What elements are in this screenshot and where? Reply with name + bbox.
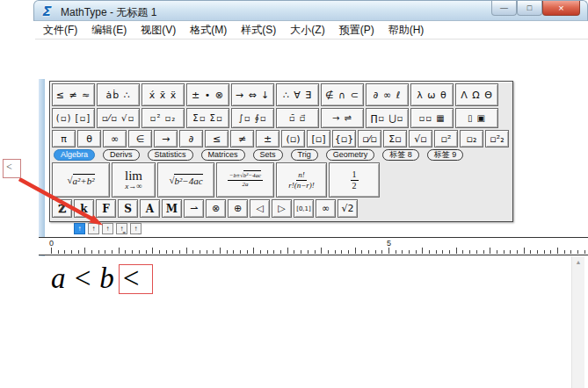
symbol-infinity-button[interactable]: ∞ (316, 199, 336, 218)
labeled-arrow-template-button[interactable]: → ⇌ (321, 108, 364, 128)
menu-file[interactable]: 文件(F) (43, 23, 77, 38)
set-theory-palette-button[interactable]: ∉ ∩ ⊂ (321, 83, 364, 106)
symbol-fraktur-a-button[interactable]: A (140, 199, 160, 218)
box-template-button[interactable]: ▯ ▣ (455, 108, 498, 128)
tab-stop-center-button[interactable]: ↑ (88, 223, 99, 234)
minimize-button[interactable]: — (491, 1, 517, 16)
symbol-s-button[interactable]: S (118, 199, 138, 218)
title-bar[interactable]: Σ MathType - 无标题 1 — □ × (33, 0, 588, 21)
menu-format[interactable]: 格式(M) (190, 23, 227, 38)
symbol-f-button[interactable]: F (96, 199, 116, 218)
pi-button[interactable]: π (52, 130, 76, 147)
greek-uppercase-palette-button[interactable]: Λ Ω Θ (455, 83, 498, 106)
tab-geometry[interactable]: Geometry (326, 149, 375, 161)
template-one-half[interactable]: 1 2 (329, 162, 380, 198)
symbol-circled-plus-button[interactable]: ⊕ (228, 199, 248, 218)
menu-style[interactable]: 样式(S) (241, 23, 276, 38)
tab-stop-buttons: ↑ ↑ ↑ ↑= ↑. (74, 223, 142, 234)
menu-size[interactable]: 大小(Z) (290, 23, 324, 38)
tab-algebra[interactable]: Algebra (54, 149, 95, 161)
subscript-superscript-template-button[interactable]: ▫² ▫₂ (142, 108, 185, 128)
ruler[interactable]: 0 5 (39, 237, 588, 255)
summation-template-button[interactable]: Σ▫ Σ▫ (186, 108, 229, 128)
greek-lowercase-palette-button[interactable]: λ ω θ (410, 83, 454, 106)
sum-button[interactable]: Σ▫ (383, 130, 407, 147)
up-arrow-icon: ↑ (134, 225, 138, 233)
paren-template-button[interactable]: (▫) (281, 130, 305, 147)
plus-minus-button[interactable]: ± (256, 130, 279, 147)
tab-stop-right-button[interactable]: ↑ (102, 223, 113, 234)
template-binomial[interactable]: n! r!(n−r)! (276, 162, 327, 198)
logic-palette-button[interactable]: ∴ ∀ ∃ (276, 83, 319, 106)
menu-help[interactable]: 帮助(H) (388, 23, 425, 38)
symbol-sqrt2-button[interactable]: √2 (338, 199, 358, 218)
leq-button[interactable]: ≤ (205, 130, 229, 147)
fences-template-button[interactable]: (▫) [▫] (52, 108, 95, 128)
fraction-button[interactable]: ▫⁄▫ (358, 130, 381, 147)
symbol-left-triangle-button[interactable]: ◁ (250, 199, 270, 218)
element-of-button[interactable]: ∈ (128, 130, 152, 147)
symbol-interval-button[interactable]: [0,1] (294, 199, 314, 218)
scroll-up-icon[interactable]: ▲ (576, 259, 582, 265)
fraction-radical-template-button[interactable]: ▫⁄▫ √▫ (97, 108, 140, 128)
window-title: MathType - 无标题 1 (61, 5, 156, 20)
template-sqrt-discriminant[interactable]: √b²−4ac (157, 162, 214, 198)
sub-superscript-button[interactable]: ▫²₂ (485, 130, 509, 147)
tab-8[interactable]: 标签 8 (382, 149, 419, 161)
bracket-template-button[interactable]: [▫] (307, 130, 330, 147)
symbol-circled-times-button[interactable]: ⊗ (206, 199, 226, 218)
symbol-harpoon-button[interactable]: ⇀ (184, 199, 204, 218)
template-sqrt-a2-b2[interactable]: √a²+b² (52, 162, 110, 198)
symbol-fraktur-m-button[interactable]: M (162, 199, 182, 218)
symbol-right-triangle-button[interactable]: ▷ (272, 199, 292, 218)
template-limit[interactable]: lim x→∞ (112, 162, 156, 198)
product-template-button[interactable]: ∏▫ ⋃▫ (366, 108, 409, 128)
symbol-k-button[interactable]: k (74, 199, 94, 218)
superscript-button[interactable]: ▫² (434, 130, 458, 147)
up-arrow-icon: ↑ (106, 225, 110, 233)
app-sigma-icon: Σ (41, 4, 50, 19)
radical-body: b²−4ac (243, 170, 261, 179)
symbol-blackboard-z-button[interactable]: ℤ (52, 199, 72, 218)
toolbar-row-relations: ≤ ≠ ≈ ȧḃ ∴ x́ x̄ ẍ ± • ⊗ → ⇔ ↓ ∴ ∀ ∃ ∉ ∩… (52, 83, 511, 106)
tab-derivs[interactable]: Derivs (103, 149, 140, 161)
brace-template-button[interactable]: {▫} (332, 130, 356, 147)
menu-edit[interactable]: 编辑(E) (91, 23, 127, 38)
tab-trig[interactable]: Trig (291, 149, 318, 161)
neq-button[interactable]: ≠ (230, 130, 254, 147)
menu-bar: 文件(F) 编辑(E) 视图(V) 格式(M) 样式(S) 大小(Z) 预置(P… (35, 21, 588, 40)
integral-template-button[interactable]: ∫▫ ∮▫ (231, 108, 274, 128)
tab-stop-decimal-button[interactable]: ↑. (130, 223, 142, 234)
theta-button[interactable]: θ (77, 130, 101, 147)
operators-palette-button[interactable]: ± • ⊗ (186, 83, 229, 106)
toolbar-row-algebra-symbols: ℤ k F S A M ⇀ ⊗ ⊕ ◁ ▷ [0,1] ∞ √2 (52, 199, 511, 218)
tab-9[interactable]: 标签 9 (427, 149, 464, 161)
tab-stop-equals-button[interactable]: ↑= (116, 223, 127, 234)
vertical-scrollbar[interactable]: ▲ ▼ (571, 256, 584, 388)
tab-statistics[interactable]: Statistics (148, 149, 193, 161)
partial-button[interactable]: ∂ (179, 130, 203, 147)
tab-sets[interactable]: Sets (253, 149, 283, 161)
right-arrow-button[interactable]: → (154, 130, 178, 147)
tab-stop-left-button[interactable]: ↑ (74, 223, 85, 234)
embellishments-palette-button[interactable]: x́ x̄ ẍ (142, 83, 185, 106)
annotation-float-box: < (3, 159, 21, 178)
infinity-button[interactable]: ∞ (103, 130, 127, 147)
subscript-button[interactable]: ▫₂ (460, 130, 483, 147)
relations-palette-button[interactable]: ≤ ≠ ≈ (52, 83, 95, 106)
sqrt-button[interactable]: √▫ (409, 130, 432, 147)
equation: a < b < (51, 262, 153, 295)
close-button[interactable]: × (542, 1, 580, 16)
arrows-palette-button[interactable]: → ⇔ ↓ (231, 83, 274, 106)
menu-view[interactable]: 视图(V) (141, 23, 176, 38)
matrix-template-button[interactable]: ▫▫ ▦ (410, 108, 454, 128)
menu-preferences[interactable]: 预置(P) (339, 23, 374, 38)
tab-matrices[interactable]: Matrices (201, 149, 245, 161)
equation-editing-area[interactable]: a < b < (39, 256, 571, 388)
overbar-template-button[interactable]: ▫̄ ▫⃗ (276, 108, 319, 128)
restore-button[interactable]: □ (517, 1, 542, 16)
denominator: 2 (352, 181, 357, 191)
misc-symbols-palette-button[interactable]: ∂ ∞ ℓ (366, 83, 409, 106)
spaces-ellipses-palette-button[interactable]: ȧḃ ∴ (97, 83, 140, 106)
template-quadratic-formula[interactable]: −b±√b²−4ac 2a (216, 162, 274, 198)
